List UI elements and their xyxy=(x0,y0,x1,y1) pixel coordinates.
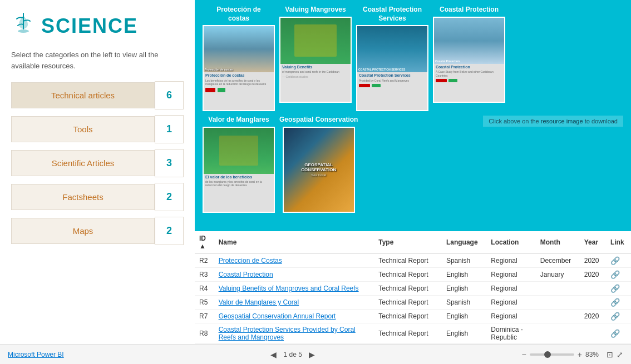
cell-link[interactable]: 🔗 xyxy=(606,323,631,344)
category-item-scientific-articles[interactable]: Scientific Articles 3 xyxy=(11,149,184,177)
thumb-title-geospatial: Geospatial Conservation xyxy=(279,116,358,124)
thumbnails-area: Protección decostas Protección de costas… xyxy=(195,0,631,230)
cell-name[interactable]: Valuing Benefits of Mangroves and Coral … xyxy=(214,282,374,296)
thumb-card-geospatial[interactable]: Geospatial Conservation GEOSPATIALCONSER… xyxy=(279,116,358,213)
cell-id: R5 xyxy=(195,296,214,310)
cell-year xyxy=(580,323,606,344)
cell-language: Spanish xyxy=(442,254,486,268)
cell-location: Regional xyxy=(486,254,535,268)
bottom-bar: Microsoft Power BI ◀ 1 de 5 ▶ − + 83% ⊡ … xyxy=(0,344,631,364)
cell-link[interactable]: 🔗 xyxy=(606,282,631,296)
cell-month: December xyxy=(536,254,580,268)
category-item-factsheets[interactable]: Factsheets 2 xyxy=(11,183,184,211)
fit-page-icon[interactable]: ⊡ xyxy=(607,350,613,359)
cell-type: Technical Report xyxy=(374,254,442,268)
zoom-in-button[interactable]: + xyxy=(578,350,582,359)
cell-location: Regional xyxy=(486,310,535,323)
cell-location: Regional xyxy=(486,282,535,296)
data-table: ID▲ Name Type Language Location Month Ye… xyxy=(195,231,631,344)
cell-link[interactable]: 🔗 xyxy=(606,254,631,268)
col-header-type[interactable]: Type xyxy=(374,231,442,254)
thumb-card-valuing-mangroves[interactable]: Valuing Mangroves Valuing Benefits of ma… xyxy=(279,6,352,103)
category-label-tools[interactable]: Tools xyxy=(11,116,155,142)
logo-icon xyxy=(11,11,36,41)
thumb-img-valor-manglares[interactable]: El valor de los beneficios de los mangla… xyxy=(203,127,275,213)
cell-name[interactable]: Geospatial Conservation Annual Report xyxy=(214,310,374,323)
cell-language: English xyxy=(442,282,486,296)
thumb-row-2: Valor de Manglares El valor de los benef… xyxy=(203,116,358,213)
zoom-slider[interactable] xyxy=(530,353,574,356)
cell-name[interactable]: Coastal Protection xyxy=(214,268,374,282)
thumb-card-proteccion[interactable]: Protección decostas Protección de costas… xyxy=(203,6,275,111)
thumb-img-coastal-protection-services[interactable]: COASTAL PROTECTION SERVICES Coastal Prot… xyxy=(356,25,428,111)
category-item-technical-articles[interactable]: Technical articles 6 xyxy=(11,81,184,109)
cell-month: January xyxy=(536,268,580,282)
prev-page-button[interactable]: ◀ xyxy=(268,349,279,360)
thumb-title-valuing-mangroves: Valuing Mangroves xyxy=(285,6,346,14)
svg-point-0 xyxy=(18,29,29,33)
logo-area: SCIENCE xyxy=(11,11,184,41)
thumb-img-proteccion[interactable]: Protección de costas Protección de costa… xyxy=(203,25,275,111)
col-header-year[interactable]: Year xyxy=(580,231,606,254)
table-row: R3 Coastal Protection Technical Report E… xyxy=(195,268,631,282)
cell-location: Regional xyxy=(486,268,535,282)
app-description: Select the categories on the left to vie… xyxy=(11,49,184,71)
thumb-img-geospatial[interactable]: GEOSPATIALCONSERVATIONSea Coral xyxy=(283,127,355,213)
table-area: ID▲ Name Type Language Location Month Ye… xyxy=(195,230,631,344)
cell-id: R4 xyxy=(195,282,214,296)
zoom-out-button[interactable]: − xyxy=(522,350,526,359)
col-header-language[interactable]: Language xyxy=(442,231,486,254)
col-header-id[interactable]: ID▲ xyxy=(195,231,214,254)
cell-location: Dominica - Republic xyxy=(486,323,535,344)
cell-month xyxy=(536,282,580,296)
table-row: R7 Geospatial Conservation Annual Report… xyxy=(195,310,631,323)
cell-link[interactable]: 🔗 xyxy=(606,268,631,282)
cell-name[interactable]: Coastal Protection Services Provided by … xyxy=(214,323,374,344)
cell-id: R2 xyxy=(195,254,214,268)
cell-language: Spanish xyxy=(442,296,486,310)
col-header-location[interactable]: Location xyxy=(486,231,535,254)
zoom-value: 83% xyxy=(585,351,603,358)
cell-type: Technical Report xyxy=(374,268,442,282)
category-label-factsheets[interactable]: Factsheets xyxy=(11,184,155,210)
category-count-factsheets: 2 xyxy=(155,183,184,211)
cell-year xyxy=(580,282,606,296)
table-row: R5 Valor de Manglares y Coral Technical … xyxy=(195,296,631,310)
table-row: R4 Valuing Benefits of Mangroves and Cor… xyxy=(195,282,631,296)
powerbi-link[interactable]: Microsoft Power BI xyxy=(8,351,64,358)
view-icons: ⊡ ⤢ xyxy=(607,350,623,359)
cell-name[interactable]: Valor de Manglares y Coral xyxy=(214,296,374,310)
table-row: R8 Coastal Protection Services Provided … xyxy=(195,323,631,344)
thumb-title-proteccion: Protección decostas xyxy=(216,6,260,23)
cell-type: Technical Report xyxy=(374,323,442,344)
thumb-title-valor-manglares: Valor de Manglares xyxy=(208,116,269,124)
cell-month xyxy=(536,310,580,323)
category-count-technical-articles: 6 xyxy=(155,81,184,109)
thumb-card-coastal-protection-services[interactable]: Coastal ProtectionServices COASTAL PROTE… xyxy=(356,6,428,111)
page-info: 1 de 5 xyxy=(283,351,302,358)
cell-id: R3 xyxy=(195,268,214,282)
cell-year xyxy=(580,296,606,310)
category-label-technical-articles[interactable]: Technical articles xyxy=(11,82,155,108)
category-item-maps[interactable]: Maps 2 xyxy=(11,217,184,245)
hint-text: Click above on the resource image to dow… xyxy=(483,116,623,127)
fullscreen-icon[interactable]: ⤢ xyxy=(617,350,623,359)
zoom-controls: − + 83% ⊡ ⤢ xyxy=(522,350,623,359)
cell-link[interactable]: 🔗 xyxy=(606,296,631,310)
thumb-card-coastal-protection[interactable]: Coastal Protection Coastal Protection Co… xyxy=(433,6,505,103)
pagination: ◀ 1 de 5 ▶ xyxy=(268,349,317,360)
category-count-scientific-articles: 3 xyxy=(155,149,184,177)
thumb-img-valuing-mangroves[interactable]: Valuing Benefits of mangroves and coral … xyxy=(279,17,352,103)
col-header-name[interactable]: Name xyxy=(214,231,374,254)
cell-name[interactable]: Proteccion de Costas xyxy=(214,254,374,268)
col-header-month[interactable]: Month xyxy=(536,231,580,254)
thumb-img-coastal-protection[interactable]: Coastal Protection Coastal Protection A … xyxy=(433,17,505,103)
cell-link[interactable]: 🔗 xyxy=(606,310,631,323)
next-page-button[interactable]: ▶ xyxy=(307,349,317,360)
thumb-card-valor-manglares[interactable]: Valor de Manglares El valor de los benef… xyxy=(203,116,275,213)
category-item-tools[interactable]: Tools 1 xyxy=(11,115,184,143)
category-label-scientific-articles[interactable]: Scientific Articles xyxy=(11,150,155,176)
category-count-maps: 2 xyxy=(155,217,184,245)
category-label-maps[interactable]: Maps xyxy=(11,218,155,244)
cell-language: English xyxy=(442,323,486,344)
